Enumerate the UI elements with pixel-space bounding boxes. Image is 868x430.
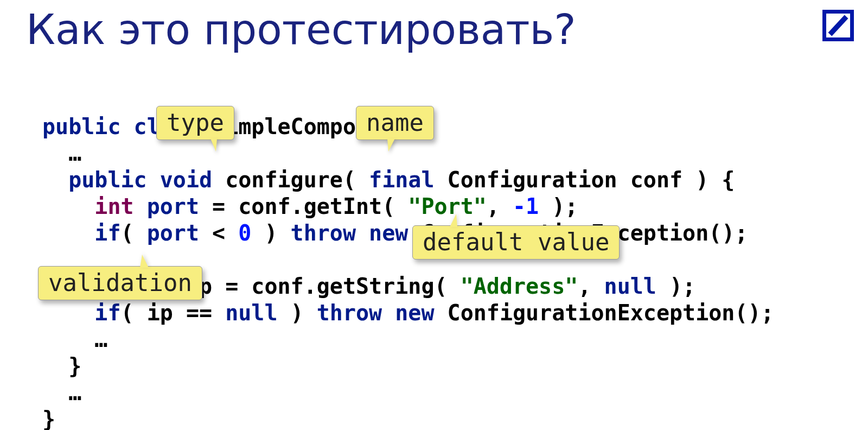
code-line-11: … <box>42 380 81 405</box>
callout-name-label: name <box>366 109 424 136</box>
code-line-8: if( ip == null ) throw new Configuration… <box>42 300 774 325</box>
callout-type-label: type <box>167 109 224 136</box>
callout-tail-icon <box>140 255 149 268</box>
callout-type: type <box>156 106 234 140</box>
callout-default-label: default value <box>423 228 609 256</box>
slide-title: Как это протестировать? <box>26 5 576 54</box>
callout-validation: validation <box>38 266 202 300</box>
callout-validation-label: validation <box>48 269 192 296</box>
code-line-2: … <box>42 141 81 166</box>
svg-line-1 <box>830 17 846 34</box>
callout-name: name <box>356 106 434 140</box>
code-line-3: public void configure( final Configurati… <box>42 167 735 192</box>
code-line-5: if( port < 0 ) throw new ConfigurationEx… <box>42 220 748 245</box>
code-line-12: } <box>42 407 55 430</box>
callout-tail-icon <box>387 138 395 151</box>
callout-tail-icon <box>450 214 457 227</box>
deutsche-bank-logo-icon <box>822 10 854 41</box>
code-line-9: … <box>42 327 107 352</box>
callout-default-value: default value <box>412 225 620 260</box>
callout-tail-icon <box>210 138 217 151</box>
slide: Как это протестировать? public class Sim… <box>0 0 868 430</box>
code-line-4: int port = conf.getInt( "Port", -1 ); <box>42 194 578 219</box>
code-line-10: } <box>42 353 81 378</box>
